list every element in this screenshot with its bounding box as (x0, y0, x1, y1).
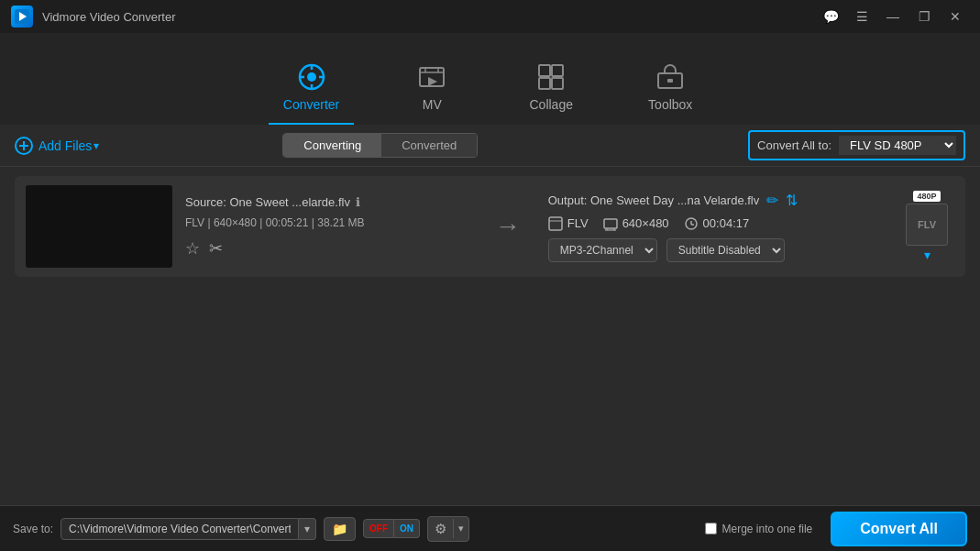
quality-thumbnail: 480P FLV ▾ (899, 191, 954, 262)
source-filename: Source: One Sweet ...elarde.flv (185, 195, 350, 209)
app-title: Vidmore Video Converter (42, 10, 817, 24)
accel-off-label[interactable]: OFF (363, 519, 394, 538)
star-icon[interactable]: ☆ (185, 238, 200, 259)
tab-converter-label: Converter (283, 97, 339, 112)
window-controls: 💬 ☰ — ❐ ✕ (817, 6, 969, 28)
file-meta: FLV | 640×480 | 00:05:21 | 38.21 MB (185, 216, 468, 229)
acceleration-toggle: OFF ON (363, 519, 420, 538)
converted-tab[interactable]: Converted (381, 134, 477, 157)
save-path-dropdown-button[interactable]: ▾ (299, 518, 316, 540)
output-details: FLV 640×480 (548, 216, 886, 231)
file-area: Source: One Sweet ...elarde.flv ℹ FLV | … (0, 167, 980, 505)
filter-tabs: Converting Converted (282, 133, 478, 158)
add-files-label: Add Files (39, 138, 92, 153)
merge-checkbox[interactable] (705, 523, 717, 534)
tab-collage[interactable]: Collage (510, 62, 592, 125)
info-icon[interactable]: ℹ (356, 195, 360, 209)
file-info: Source: One Sweet ...elarde.flv ℹ FLV | … (185, 195, 468, 259)
browse-folder-button[interactable]: 📁 (324, 517, 356, 541)
titlebar: Vidmore Video Converter 💬 ☰ — ❐ ✕ (0, 0, 980, 33)
toolbar: Add Files ▾ Converting Converted Convert… (0, 125, 980, 167)
flv-label: FLV (918, 219, 936, 230)
output-dropdowns: MP3-2Channel AAC-2Channel Subtitle Disab… (548, 238, 886, 262)
swap-icon[interactable]: ⇅ (786, 192, 798, 209)
settings-dropdown-icon[interactable]: ▾ (453, 519, 468, 538)
tab-toolbox[interactable]: Toolbox (629, 62, 711, 125)
svg-rect-13 (539, 65, 550, 76)
output-filename: Output: One Sweet Day ...na Velarde.flv (548, 193, 760, 207)
merge-area: Merge into one file (705, 523, 813, 535)
chat-button[interactable]: 💬 (817, 6, 844, 28)
svg-rect-16 (552, 78, 563, 89)
resolution-detail: 640×480 (603, 216, 669, 231)
convert-all-to-section: Convert All to: FLV SD 480P MP4 HD 720P … (748, 130, 965, 160)
bottom-bar: Save to: ▾ 📁 OFF ON ⚙ ▾ Merge into one f… (0, 505, 980, 551)
flv-thumbnail: FLV (906, 204, 948, 246)
edit-filename-icon[interactable]: ✏ (766, 192, 778, 209)
settings-icon[interactable]: ⚙ (428, 517, 453, 541)
file-item: Source: One Sweet ...elarde.flv ℹ FLV | … (15, 176, 965, 277)
convert-arrow-icon: → (495, 212, 521, 241)
output-format: FLV (567, 216, 589, 230)
file-source: Source: One Sweet ...elarde.flv ℹ (185, 195, 468, 209)
output-header: Output: One Sweet Day ...na Velarde.flv … (548, 192, 886, 209)
svg-rect-22 (549, 217, 562, 230)
svg-rect-24 (604, 219, 617, 228)
save-to-label: Save to: (13, 523, 53, 535)
format-select[interactable]: FLV SD 480P MP4 HD 720P AVI SD 480P MKV … (839, 136, 956, 155)
tab-collage-label: Collage (529, 97, 572, 112)
close-button[interactable]: ✕ (941, 6, 969, 28)
add-files-dropdown-button[interactable]: ▾ (94, 139, 99, 152)
app-logo (11, 6, 33, 28)
svg-marker-12 (428, 77, 437, 86)
svg-rect-14 (552, 65, 563, 76)
svg-rect-15 (539, 78, 550, 89)
arrow-area: → (480, 212, 535, 241)
restore-button[interactable]: ❐ (910, 6, 938, 28)
settings-wrap: ⚙ ▾ (427, 516, 469, 542)
tab-toolbox-label: Toolbox (648, 97, 692, 112)
save-path-input[interactable] (61, 518, 299, 540)
tab-mv-label: MV (423, 97, 442, 112)
audio-channel-select[interactable]: MP3-2Channel AAC-2Channel (548, 238, 657, 262)
format-detail: FLV (548, 216, 589, 231)
main-content: Converter MV Collage (0, 33, 980, 505)
file-actions: ☆ ✂ (185, 238, 468, 259)
output-resolution: 640×480 (622, 216, 669, 230)
converting-tab[interactable]: Converting (283, 134, 381, 157)
expand-quality-icon[interactable]: ▾ (924, 248, 930, 262)
accel-on-label[interactable]: ON (394, 519, 420, 538)
duration-detail: 00:04:17 (684, 216, 750, 231)
tab-mv[interactable]: MV (391, 62, 473, 125)
tab-converter[interactable]: Converter (269, 62, 354, 125)
subtitle-select[interactable]: Subtitle Disabled Subtitle Enabled (666, 238, 785, 262)
minimize-button[interactable]: — (879, 6, 907, 28)
nav-tabs: Converter MV Collage (0, 33, 980, 125)
convert-all-to-label: Convert All to: (757, 138, 831, 152)
output-section: Output: One Sweet Day ...na Velarde.flv … (548, 192, 886, 262)
video-thumbnail (26, 185, 172, 268)
convert-all-button[interactable]: Convert All (831, 512, 967, 546)
save-path-wrap: ▾ (61, 518, 316, 540)
svg-point-3 (307, 72, 316, 82)
quality-badge: 480P (913, 191, 940, 202)
svg-rect-18 (667, 79, 673, 83)
menu-button[interactable]: ☰ (848, 6, 875, 28)
add-files-button[interactable]: Add Files (15, 137, 92, 155)
cut-icon[interactable]: ✂ (209, 238, 223, 259)
output-duration: 00:04:17 (703, 216, 750, 230)
merge-label: Merge into one file (722, 523, 813, 535)
